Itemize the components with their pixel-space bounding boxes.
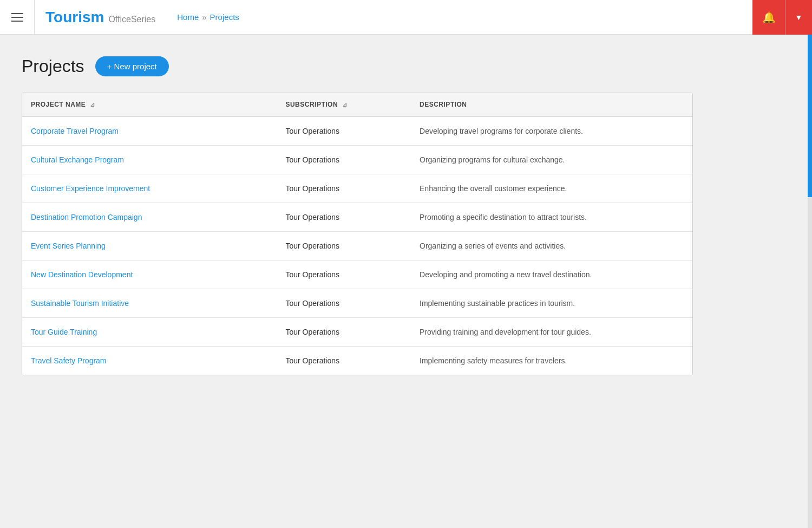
description-cell: Organizing programs for cultural exchang… (411, 146, 692, 174)
project-name-link[interactable]: Customer Experience Improvement (31, 184, 150, 193)
description-cell: Providing training and development for t… (411, 318, 692, 347)
description-cell: Promoting a specific destination to attr… (411, 203, 692, 232)
description-cell: Developing and promoting a new travel de… (411, 260, 692, 289)
breadcrumb-separator: » (202, 12, 206, 22)
description-cell: Enhancing the overall customer experienc… (411, 174, 692, 203)
table-row: Corporate Travel ProgramTour OperationsD… (22, 116, 692, 146)
project-name-link[interactable]: Corporate Travel Program (31, 127, 119, 135)
col-header-project-name: PROJECT NAME ⊿ (22, 93, 277, 116)
projects-table: PROJECT NAME ⊿ SUBSCRIPTION ⊿ DESCRIPTIO… (22, 93, 692, 375)
col-header-description: DESCRIPTION (411, 93, 692, 116)
scrollbar[interactable] (808, 35, 812, 397)
table-row: Tour Guide TrainingTour OperationsProvid… (22, 318, 692, 347)
table-row: Customer Experience ImprovementTour Oper… (22, 174, 692, 203)
table-row: Destination Promotion CampaignTour Opera… (22, 203, 692, 232)
projects-table-container: PROJECT NAME ⊿ SUBSCRIPTION ⊿ DESCRIPTIO… (22, 93, 693, 375)
project-name-link[interactable]: Destination Promotion Campaign (31, 213, 142, 221)
subscription-cell: Tour Operations (277, 347, 411, 375)
subscription-cell: Tour Operations (277, 232, 411, 260)
description-cell: Implementing safety measures for travele… (411, 347, 692, 375)
brand-title: Tourism (45, 9, 104, 26)
project-name-link[interactable]: Sustainable Tourism Initiative (31, 299, 129, 308)
subscription-cell: Tour Operations (277, 146, 411, 174)
project-name-link[interactable]: New Destination Development (31, 270, 133, 279)
main-content: Projects + New project PROJECT NAME ⊿ SU… (0, 35, 715, 397)
table-row: New Destination DevelopmentTour Operatio… (22, 260, 692, 289)
table-row: Event Series PlanningTour OperationsOrga… (22, 232, 692, 260)
project-name-link[interactable]: Tour Guide Training (31, 328, 97, 336)
table-body: Corporate Travel ProgramTour OperationsD… (22, 116, 692, 375)
table-row: Travel Safety ProgramTour OperationsImpl… (22, 347, 692, 375)
table-row: Sustainable Tourism InitiativeTour Opera… (22, 289, 692, 318)
table-header: PROJECT NAME ⊿ SUBSCRIPTION ⊿ DESCRIPTIO… (22, 93, 692, 116)
project-name-link[interactable]: Event Series Planning (31, 242, 106, 250)
filter-project-name-icon[interactable]: ⊿ (90, 101, 95, 108)
page-header: Projects + New project (22, 56, 693, 76)
description-cell: Implementing sustainable practices in to… (411, 289, 692, 318)
subscription-cell: Tour Operations (277, 203, 411, 232)
hamburger-icon (11, 13, 23, 22)
project-name-link[interactable]: Travel Safety Program (31, 356, 107, 365)
menu-button[interactable] (0, 0, 35, 35)
filter-subscription-icon[interactable]: ⊿ (342, 101, 348, 108)
subscription-cell: Tour Operations (277, 260, 411, 289)
scrollbar-thumb (808, 35, 812, 197)
new-project-button[interactable]: + New project (95, 56, 169, 76)
subscription-cell: Tour Operations (277, 174, 411, 203)
chevron-down-icon: ▼ (795, 13, 803, 22)
breadcrumb-current: Projects (210, 12, 239, 22)
notifications-button[interactable]: 🔔 (752, 0, 785, 35)
user-dropdown-button[interactable]: ▼ (785, 0, 812, 35)
description-cell: Developing travel programs for corporate… (411, 116, 692, 146)
subscription-cell: Tour Operations (277, 289, 411, 318)
bell-icon: 🔔 (762, 11, 776, 24)
description-cell: Organizing a series of events and activi… (411, 232, 692, 260)
header-actions: 🔔 ▼ (752, 0, 812, 35)
breadcrumb-home[interactable]: Home (177, 12, 199, 22)
table-row: Cultural Exchange ProgramTour Operations… (22, 146, 692, 174)
page-title: Projects (22, 56, 84, 76)
brand: Tourism OfficeSeries (35, 9, 166, 26)
col-header-subscription: SUBSCRIPTION ⊿ (277, 93, 411, 116)
project-name-link[interactable]: Cultural Exchange Program (31, 155, 124, 164)
brand-subtitle: OfficeSeries (108, 15, 155, 24)
breadcrumb: Home » Projects (166, 12, 239, 22)
header: Tourism OfficeSeries Home » Projects 🔔 ▼ (0, 0, 812, 35)
subscription-cell: Tour Operations (277, 318, 411, 347)
subscription-cell: Tour Operations (277, 116, 411, 146)
